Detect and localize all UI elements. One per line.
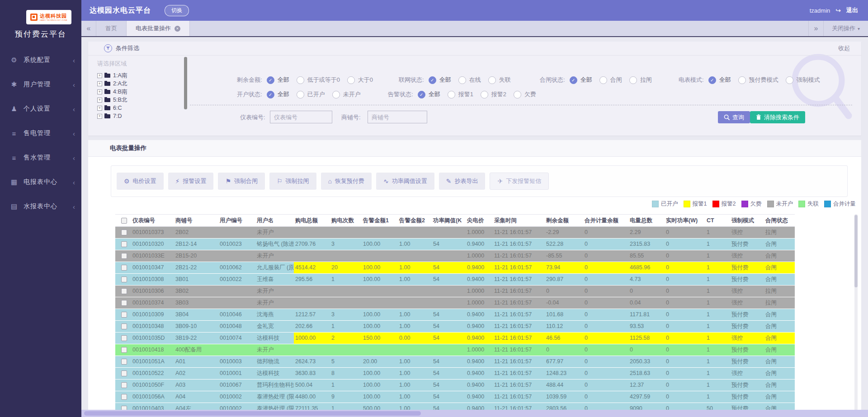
- table-row[interactable]: 001001056AA040010002泰潜热处理 (限4480.009100.…: [115, 391, 795, 403]
- select-all-cell[interactable]: [115, 215, 131, 226]
- table-row[interactable]: 0010010522A020010001达模科技3630.838100.001.…: [115, 368, 795, 379]
- table-row[interactable]: 00100103743B03未开户1.000011-21 16:01:57-0.…: [115, 297, 795, 309]
- radio-option[interactable]: ✓全部: [267, 90, 289, 98]
- checkbox[interactable]: [121, 253, 127, 259]
- checkbox[interactable]: [121, 230, 127, 235]
- row-select-cell[interactable]: [115, 309, 131, 320]
- row-select-cell[interactable]: [115, 391, 131, 403]
- row-select-cell[interactable]: [115, 297, 131, 309]
- table-row[interactable]: 0010010418400配备用未开户1.000011-21 16:01:570…: [115, 344, 795, 356]
- shop-no-input[interactable]: [368, 111, 427, 123]
- radio-option[interactable]: 低于或等于0: [297, 76, 340, 84]
- sidebar-item-1[interactable]: ✱用户管理‹: [0, 72, 81, 97]
- tabs-scroll-right-icon[interactable]: »: [808, 21, 823, 36]
- row-select-cell[interactable]: [115, 262, 131, 273]
- radio-checked-icon[interactable]: ✓: [418, 91, 425, 98]
- radio-icon[interactable]: [347, 76, 355, 84]
- row-select-cell[interactable]: [115, 286, 131, 297]
- logout-button[interactable]: 退出: [846, 6, 858, 14]
- radio-option[interactable]: 报警2: [481, 90, 506, 98]
- checkbox[interactable]: [121, 265, 127, 271]
- radio-checked-icon[interactable]: ✓: [570, 76, 577, 84]
- checkbox[interactable]: [121, 241, 127, 247]
- tabs-scroll-left-icon[interactable]: «: [81, 21, 96, 36]
- radio-icon[interactable]: [297, 76, 304, 84]
- table-row[interactable]: 00100103083B010010022王维喜295.561100.001.0…: [115, 274, 795, 285]
- toolbar-button-6[interactable]: ✎抄表导出: [439, 173, 486, 190]
- radio-icon[interactable]: [481, 91, 488, 98]
- radio-option[interactable]: ✓全部: [570, 76, 592, 84]
- table-row[interactable]: 001001050FA030010067普玛利生物科技500.041100.00…: [115, 380, 795, 391]
- toolbar-button-7[interactable]: ✈下发报警短信: [490, 173, 549, 190]
- table-row[interactable]: 00100103732B02未开户1.000011-21 16:01:57-2.…: [115, 227, 795, 238]
- row-select-cell[interactable]: [115, 368, 131, 379]
- row-select-cell[interactable]: [115, 333, 131, 344]
- tree-scrollbar[interactable]: [184, 57, 187, 109]
- radio-checked-icon[interactable]: ✓: [708, 76, 716, 84]
- radio-icon[interactable]: [458, 76, 466, 84]
- radio-option[interactable]: 报警1: [448, 90, 473, 98]
- radio-checked-icon[interactable]: ✓: [267, 76, 274, 84]
- row-select-cell[interactable]: [115, 380, 131, 391]
- toolbar-button-1[interactable]: ⚡报警设置: [168, 173, 214, 190]
- row-select-cell[interactable]: [115, 321, 131, 332]
- radio-option[interactable]: ✓全部: [418, 90, 440, 98]
- collapse-button[interactable]: 收起: [838, 44, 850, 52]
- checkbox[interactable]: [121, 276, 127, 282]
- table-row[interactable]: 00100103093B040010046沈海燕1212.573100.001.…: [115, 309, 795, 320]
- table-row[interactable]: 001001033E2B15-20未开户1.000011-21 16:01:57…: [115, 250, 795, 262]
- sidebar-item-6[interactable]: ▤水报表中心‹: [0, 194, 81, 219]
- sidebar-item-2[interactable]: ♟个人设置‹: [0, 97, 81, 121]
- radio-icon[interactable]: [297, 91, 304, 98]
- row-select-cell[interactable]: [115, 239, 131, 250]
- sidebar-item-0[interactable]: ⚙系统配置‹: [0, 48, 81, 72]
- horizontal-scrollbar[interactable]: [81, 410, 868, 417]
- tab-meter-batch[interactable]: 电表批量操作 ×: [127, 21, 190, 36]
- radio-icon[interactable]: [514, 91, 521, 98]
- sidebar-item-5[interactable]: ▦电报表中心‹: [0, 170, 81, 194]
- row-select-cell[interactable]: [115, 227, 131, 238]
- radio-option[interactable]: 已开户: [297, 90, 325, 98]
- toolbar-button-2[interactable]: ⚑强制合闸: [218, 173, 265, 190]
- table-row[interactable]: 00100103483B09-100010048金礼宽202.661100.00…: [115, 321, 795, 332]
- radio-icon[interactable]: [738, 76, 746, 84]
- sidebar-item-4[interactable]: ≡售水管理‹: [0, 145, 81, 170]
- checkbox[interactable]: [121, 370, 127, 376]
- table-row[interactable]: 00100103202B12-140010023铭扬电气 (陈进2709.763…: [115, 239, 795, 250]
- table-row[interactable]: 001001035D3B19-220010074达模科技1000.002150.…: [115, 333, 795, 344]
- radio-option[interactable]: 拉闸: [629, 76, 652, 84]
- checkbox[interactable]: [121, 288, 127, 294]
- checkbox[interactable]: [121, 394, 127, 400]
- radio-icon[interactable]: [448, 91, 455, 98]
- row-select-cell[interactable]: [115, 344, 131, 356]
- table-row[interactable]: 00100103472B21-220010062允儿服装厂 (原4514.422…: [115, 262, 795, 273]
- radio-option[interactable]: ✓全部: [429, 76, 451, 84]
- table-vertical-scrollbar[interactable]: [854, 214, 858, 417]
- search-button[interactable]: 查询: [718, 111, 750, 123]
- radio-option[interactable]: 在线: [458, 76, 481, 84]
- radio-option[interactable]: 未开户: [332, 90, 361, 98]
- scrollbar-thumb[interactable]: [84, 411, 421, 416]
- meter-no-input[interactable]: [270, 111, 332, 123]
- clear-search-button[interactable]: 清除搜索条件: [750, 111, 805, 123]
- checkbox[interactable]: [121, 347, 127, 353]
- tab-home[interactable]: 首页: [96, 21, 127, 36]
- checkbox[interactable]: [121, 335, 127, 341]
- tab-close-icon[interactable]: ×: [175, 26, 180, 32]
- radio-option[interactable]: 大于0: [347, 76, 373, 84]
- radio-option[interactable]: 强制模式: [786, 76, 820, 84]
- radio-icon[interactable]: [599, 76, 607, 84]
- username[interactable]: tzadmin: [810, 7, 830, 14]
- radio-icon[interactable]: [629, 76, 637, 84]
- checkbox[interactable]: [121, 312, 127, 318]
- checkbox[interactable]: [121, 359, 127, 365]
- table-row[interactable]: 001001051AA010010003德邦物流2624.73520.001.0…: [115, 356, 795, 367]
- toolbar-button-5[interactable]: ∿功率阈值设置: [376, 173, 434, 190]
- radio-checked-icon[interactable]: ✓: [429, 76, 436, 84]
- toolbar-button-4[interactable]: ⌂恢复预付费: [321, 173, 372, 190]
- scrollbar-thumb[interactable]: [854, 215, 858, 287]
- radio-option[interactable]: ✓全部: [708, 76, 731, 84]
- row-select-cell[interactable]: [115, 250, 131, 262]
- radio-option[interactable]: ✓全部: [267, 76, 289, 84]
- close-operations-menu[interactable]: 关闭操作 ▾: [823, 21, 868, 36]
